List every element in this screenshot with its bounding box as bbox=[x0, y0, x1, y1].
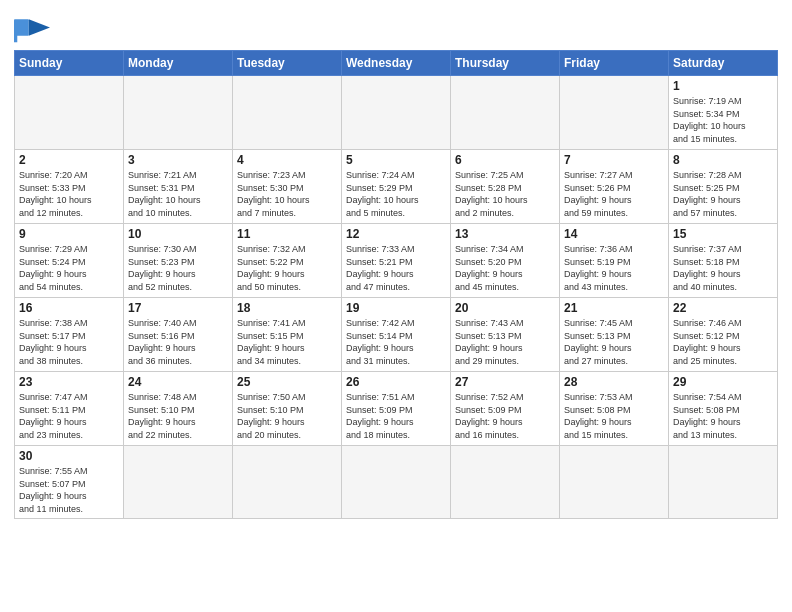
day-number: 9 bbox=[19, 227, 119, 241]
day-number: 26 bbox=[346, 375, 446, 389]
calendar-day-cell: 10Sunrise: 7:30 AM Sunset: 5:23 PM Dayli… bbox=[124, 224, 233, 298]
generalblue-logo-icon bbox=[14, 16, 50, 44]
day-number: 18 bbox=[237, 301, 337, 315]
calendar-day-cell: 27Sunrise: 7:52 AM Sunset: 5:09 PM Dayli… bbox=[451, 372, 560, 446]
day-number: 12 bbox=[346, 227, 446, 241]
calendar-day-cell: 25Sunrise: 7:50 AM Sunset: 5:10 PM Dayli… bbox=[233, 372, 342, 446]
day-info: Sunrise: 7:24 AM Sunset: 5:29 PM Dayligh… bbox=[346, 169, 446, 219]
day-number: 30 bbox=[19, 449, 119, 463]
day-info: Sunrise: 7:48 AM Sunset: 5:10 PM Dayligh… bbox=[128, 391, 228, 441]
calendar-day-cell: 28Sunrise: 7:53 AM Sunset: 5:08 PM Dayli… bbox=[560, 372, 669, 446]
day-info: Sunrise: 7:34 AM Sunset: 5:20 PM Dayligh… bbox=[455, 243, 555, 293]
day-number: 11 bbox=[237, 227, 337, 241]
day-info: Sunrise: 7:53 AM Sunset: 5:08 PM Dayligh… bbox=[564, 391, 664, 441]
calendar-day-cell: 24Sunrise: 7:48 AM Sunset: 5:10 PM Dayli… bbox=[124, 372, 233, 446]
calendar-day-cell: 9Sunrise: 7:29 AM Sunset: 5:24 PM Daylig… bbox=[15, 224, 124, 298]
day-number: 13 bbox=[455, 227, 555, 241]
day-info: Sunrise: 7:40 AM Sunset: 5:16 PM Dayligh… bbox=[128, 317, 228, 367]
calendar-day-cell: 19Sunrise: 7:42 AM Sunset: 5:14 PM Dayli… bbox=[342, 298, 451, 372]
day-number: 23 bbox=[19, 375, 119, 389]
day-number: 7 bbox=[564, 153, 664, 167]
calendar-day-cell: 5Sunrise: 7:24 AM Sunset: 5:29 PM Daylig… bbox=[342, 150, 451, 224]
calendar-day-cell bbox=[233, 76, 342, 150]
calendar-day-cell: 14Sunrise: 7:36 AM Sunset: 5:19 PM Dayli… bbox=[560, 224, 669, 298]
day-info: Sunrise: 7:51 AM Sunset: 5:09 PM Dayligh… bbox=[346, 391, 446, 441]
day-info: Sunrise: 7:54 AM Sunset: 5:08 PM Dayligh… bbox=[673, 391, 773, 441]
calendar-day-cell: 7Sunrise: 7:27 AM Sunset: 5:26 PM Daylig… bbox=[560, 150, 669, 224]
day-number: 20 bbox=[455, 301, 555, 315]
calendar-day-cell: 17Sunrise: 7:40 AM Sunset: 5:16 PM Dayli… bbox=[124, 298, 233, 372]
day-info: Sunrise: 7:36 AM Sunset: 5:19 PM Dayligh… bbox=[564, 243, 664, 293]
calendar-week-row: 30Sunrise: 7:55 AM Sunset: 5:07 PM Dayli… bbox=[15, 446, 778, 519]
day-number: 29 bbox=[673, 375, 773, 389]
calendar-day-cell bbox=[451, 76, 560, 150]
day-number: 24 bbox=[128, 375, 228, 389]
calendar-day-cell: 26Sunrise: 7:51 AM Sunset: 5:09 PM Dayli… bbox=[342, 372, 451, 446]
calendar-week-row: 9Sunrise: 7:29 AM Sunset: 5:24 PM Daylig… bbox=[15, 224, 778, 298]
day-info: Sunrise: 7:25 AM Sunset: 5:28 PM Dayligh… bbox=[455, 169, 555, 219]
day-number: 22 bbox=[673, 301, 773, 315]
day-number: 4 bbox=[237, 153, 337, 167]
page: SundayMondayTuesdayWednesdayThursdayFrid… bbox=[0, 0, 792, 533]
day-number: 1 bbox=[673, 79, 773, 93]
day-number: 3 bbox=[128, 153, 228, 167]
day-info: Sunrise: 7:43 AM Sunset: 5:13 PM Dayligh… bbox=[455, 317, 555, 367]
calendar-day-cell: 6Sunrise: 7:25 AM Sunset: 5:28 PM Daylig… bbox=[451, 150, 560, 224]
day-number: 27 bbox=[455, 375, 555, 389]
calendar-day-cell: 30Sunrise: 7:55 AM Sunset: 5:07 PM Dayli… bbox=[15, 446, 124, 519]
day-number: 21 bbox=[564, 301, 664, 315]
calendar-day-cell: 18Sunrise: 7:41 AM Sunset: 5:15 PM Dayli… bbox=[233, 298, 342, 372]
day-number: 10 bbox=[128, 227, 228, 241]
calendar-col-header: Wednesday bbox=[342, 51, 451, 76]
calendar-col-header: Sunday bbox=[15, 51, 124, 76]
calendar-day-cell bbox=[342, 76, 451, 150]
header bbox=[14, 10, 778, 44]
calendar-day-cell: 21Sunrise: 7:45 AM Sunset: 5:13 PM Dayli… bbox=[560, 298, 669, 372]
calendar-day-cell: 15Sunrise: 7:37 AM Sunset: 5:18 PM Dayli… bbox=[669, 224, 778, 298]
calendar-day-cell: 20Sunrise: 7:43 AM Sunset: 5:13 PM Dayli… bbox=[451, 298, 560, 372]
day-info: Sunrise: 7:20 AM Sunset: 5:33 PM Dayligh… bbox=[19, 169, 119, 219]
calendar-header-row: SundayMondayTuesdayWednesdayThursdayFrid… bbox=[15, 51, 778, 76]
day-info: Sunrise: 7:21 AM Sunset: 5:31 PM Dayligh… bbox=[128, 169, 228, 219]
day-info: Sunrise: 7:41 AM Sunset: 5:15 PM Dayligh… bbox=[237, 317, 337, 367]
day-number: 28 bbox=[564, 375, 664, 389]
calendar-col-header: Monday bbox=[124, 51, 233, 76]
day-info: Sunrise: 7:46 AM Sunset: 5:12 PM Dayligh… bbox=[673, 317, 773, 367]
day-info: Sunrise: 7:19 AM Sunset: 5:34 PM Dayligh… bbox=[673, 95, 773, 145]
calendar-day-cell: 29Sunrise: 7:54 AM Sunset: 5:08 PM Dayli… bbox=[669, 372, 778, 446]
calendar-col-header: Tuesday bbox=[233, 51, 342, 76]
day-info: Sunrise: 7:23 AM Sunset: 5:30 PM Dayligh… bbox=[237, 169, 337, 219]
day-info: Sunrise: 7:32 AM Sunset: 5:22 PM Dayligh… bbox=[237, 243, 337, 293]
calendar-day-cell: 13Sunrise: 7:34 AM Sunset: 5:20 PM Dayli… bbox=[451, 224, 560, 298]
calendar-day-cell bbox=[560, 446, 669, 519]
calendar-day-cell: 3Sunrise: 7:21 AM Sunset: 5:31 PM Daylig… bbox=[124, 150, 233, 224]
day-number: 8 bbox=[673, 153, 773, 167]
calendar-day-cell: 8Sunrise: 7:28 AM Sunset: 5:25 PM Daylig… bbox=[669, 150, 778, 224]
day-info: Sunrise: 7:47 AM Sunset: 5:11 PM Dayligh… bbox=[19, 391, 119, 441]
day-number: 17 bbox=[128, 301, 228, 315]
svg-rect-2 bbox=[14, 34, 17, 42]
calendar-day-cell bbox=[560, 76, 669, 150]
calendar-col-header: Friday bbox=[560, 51, 669, 76]
calendar-day-cell bbox=[233, 446, 342, 519]
day-info: Sunrise: 7:42 AM Sunset: 5:14 PM Dayligh… bbox=[346, 317, 446, 367]
calendar-week-row: 2Sunrise: 7:20 AM Sunset: 5:33 PM Daylig… bbox=[15, 150, 778, 224]
day-number: 16 bbox=[19, 301, 119, 315]
svg-rect-0 bbox=[14, 19, 29, 35]
calendar-day-cell: 2Sunrise: 7:20 AM Sunset: 5:33 PM Daylig… bbox=[15, 150, 124, 224]
day-info: Sunrise: 7:29 AM Sunset: 5:24 PM Dayligh… bbox=[19, 243, 119, 293]
calendar-day-cell bbox=[451, 446, 560, 519]
day-number: 25 bbox=[237, 375, 337, 389]
calendar-day-cell bbox=[15, 76, 124, 150]
calendar-day-cell: 23Sunrise: 7:47 AM Sunset: 5:11 PM Dayli… bbox=[15, 372, 124, 446]
day-number: 6 bbox=[455, 153, 555, 167]
calendar-day-cell bbox=[124, 76, 233, 150]
calendar-day-cell bbox=[342, 446, 451, 519]
calendar-day-cell: 22Sunrise: 7:46 AM Sunset: 5:12 PM Dayli… bbox=[669, 298, 778, 372]
svg-marker-1 bbox=[29, 19, 50, 35]
day-info: Sunrise: 7:50 AM Sunset: 5:10 PM Dayligh… bbox=[237, 391, 337, 441]
day-info: Sunrise: 7:37 AM Sunset: 5:18 PM Dayligh… bbox=[673, 243, 773, 293]
day-number: 14 bbox=[564, 227, 664, 241]
day-info: Sunrise: 7:38 AM Sunset: 5:17 PM Dayligh… bbox=[19, 317, 119, 367]
day-number: 5 bbox=[346, 153, 446, 167]
